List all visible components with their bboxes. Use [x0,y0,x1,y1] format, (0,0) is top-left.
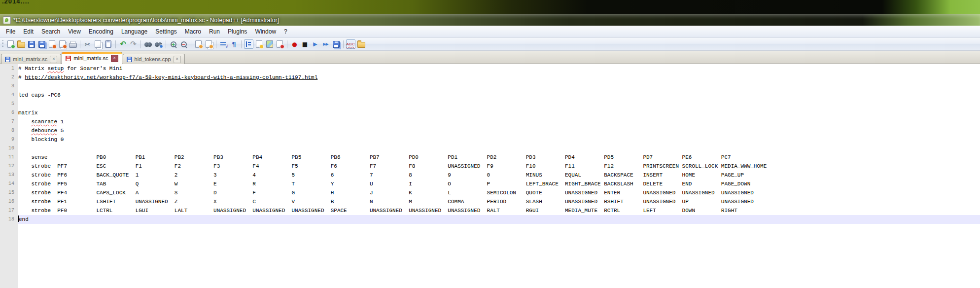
new-file-icon[interactable] [6,39,15,49]
menu-item-edit[interactable]: Edit [19,26,37,38]
show-all-characters-icon[interactable]: ¶ [229,39,239,49]
line-number[interactable]: 12 [0,162,18,171]
macro-save-icon[interactable] [331,39,341,49]
menu-item-language[interactable]: Language [117,26,151,38]
code-line[interactable]: # http://deskthority.net/workshop-f7/a-5… [18,73,980,82]
code-line[interactable]: strobe PF4 CAPS_LOCK A S D F G H J K L S… [18,188,980,197]
line-number[interactable]: 3 [0,82,18,91]
line-number[interactable]: 5 [0,100,18,108]
url-link[interactable]: http://deskthority.net/workshop-f7/a-58-… [25,74,317,80]
tab-1-mini_matrix.sc[interactable]: mini_matrix.sc× [1,54,61,64]
line-number[interactable]: 16 [0,197,18,206]
macro-play-icon[interactable]: ▶ [311,39,320,49]
menu-item-encoding[interactable]: Encoding [85,26,117,38]
menu-item-help[interactable]: ? [280,26,291,38]
save-file-icon[interactable] [27,39,36,49]
zoom-out-icon[interactable]: − [179,39,188,49]
line-number[interactable]: 14 [0,180,18,188]
document-map-icon[interactable] [265,39,274,49]
code-line[interactable]: strobe PF5 TAB Q W E R T Y U I O P LEFT_… [18,180,980,188]
line-number[interactable]: 10 [0,144,18,153]
cut-icon[interactable]: ✂ [83,39,92,49]
indent-guide-icon[interactable] [244,39,253,49]
tab-3-hid_tokens.cpp[interactable]: hid_tokens.cpp× [123,54,185,64]
code-area[interactable]: # Matrix setup for Soarer's Mini# http:/… [18,64,980,288]
macro-stop-glyph: ■ [302,41,308,47]
code-line[interactable]: blocking 0 [18,135,980,144]
code-line[interactable]: scanrate 1 [18,117,980,126]
line-number[interactable]: 8 [0,126,18,135]
menu-item-macro[interactable]: Macro [181,26,205,38]
toolbar-separator [343,40,344,48]
line-number[interactable]: 2 [0,73,18,82]
line-number[interactable]: 17 [0,206,18,215]
code-line[interactable] [18,82,980,91]
define-your-language-icon[interactable] [254,39,264,49]
editor[interactable]: 123456789101112131415161718 # Matrix set… [0,64,980,288]
function-list-icon[interactable] [275,39,284,49]
undo-icon[interactable]: ↶ [118,39,128,49]
macro-run-multiple-glyph: ▶▶ [323,42,328,46]
text-caret [18,216,19,222]
menu-item-search[interactable]: Search [37,26,64,38]
code-line[interactable]: debounce 5 [18,126,980,135]
code-line[interactable] [18,100,980,108]
code-line[interactable]: sense PB0 PB1 PB2 PB3 PB4 PB5 PB6 PB7 PD… [18,153,980,162]
close-all-icon[interactable] [58,39,67,49]
line-number[interactable]: 1 [0,64,18,73]
toolbar-separator [287,40,287,48]
code-line[interactable]: strobe PF6 BACK_QUOTE 1 2 3 4 5 6 7 8 9 … [18,171,980,180]
close-file-icon[interactable] [47,39,57,49]
close-tab-icon[interactable]: × [50,56,57,63]
line-number[interactable]: 7 [0,117,18,126]
print-icon[interactable] [68,39,77,49]
code-line[interactable]: strobe PF0 LCTRL LGUI LALT UNASSIGNED UN… [18,206,980,215]
line-number-gutter[interactable]: 123456789101112131415161718 [0,64,18,288]
paste-icon[interactable] [104,39,113,49]
menu-item-plugins[interactable]: Plugins [224,26,251,38]
macro-stop-icon[interactable]: ■ [300,39,310,49]
copy-icon[interactable] [93,39,103,49]
replace-icon[interactable] [154,39,163,49]
function-list-accent [280,44,284,49]
menu-item-settings[interactable]: Settings [151,26,180,38]
code-line[interactable] [18,144,980,153]
file-browser-icon[interactable] [356,39,366,49]
code-line[interactable]: end [18,215,980,224]
macro-record-icon[interactable]: ● [290,39,299,49]
close-tab-icon[interactable]: × [111,55,118,62]
spell-check-icon[interactable]: ABC [346,39,355,49]
code-line[interactable]: strobe PF7 ESC F1 F2 F3 F4 F5 F6 F7 F8 U… [18,162,980,171]
code-line[interactable]: strobe PF1 LSHIFT UNASSIGNED Z X C V B N… [18,197,980,206]
code-line[interactable]: # Matrix setup for Soarer's Mini [18,64,980,73]
line-number[interactable]: 6 [0,108,18,117]
menu-item-window[interactable]: Window [251,26,280,38]
misspelled-word: scanrate [31,119,57,125]
line-number[interactable]: 18 [0,215,18,224]
code-line[interactable]: matrix [18,108,980,117]
toolbar-grip-icon[interactable] [2,40,3,48]
menu-item-file[interactable]: File [2,26,19,38]
open-file-icon[interactable] [16,39,26,49]
save-all-icon[interactable] [37,39,46,49]
code-line[interactable]: led caps -PC6 [18,91,980,100]
title-bar[interactable]: *C:\Users\owner\Desktop\soarers converte… [0,14,980,26]
word-wrap-icon[interactable] [219,39,228,49]
find-icon[interactable] [143,39,153,49]
redo-icon[interactable]: ↷ [129,39,138,49]
menu-item-run[interactable]: Run [205,26,224,38]
line-number[interactable]: 13 [0,171,18,180]
macro-run-multiple-icon[interactable]: ▶▶ [321,39,330,49]
line-number[interactable]: 9 [0,135,18,144]
close-tab-icon[interactable]: × [174,56,181,63]
zoom-in-icon[interactable]: + [169,39,178,49]
line-number[interactable]: 15 [0,188,18,197]
sync-scroll-horizontal-icon[interactable] [204,39,213,49]
line-number[interactable]: 11 [0,153,18,162]
tab-2-mini_matrix.sc[interactable]: mini_matrix.sc× [62,52,122,64]
sync-scroll-vertical-icon[interactable] [194,39,203,49]
macro-record-glyph: ● [292,41,297,47]
function-list-glyph [277,40,283,48]
menu-item-view[interactable]: View [64,26,85,38]
line-number[interactable]: 4 [0,91,18,100]
